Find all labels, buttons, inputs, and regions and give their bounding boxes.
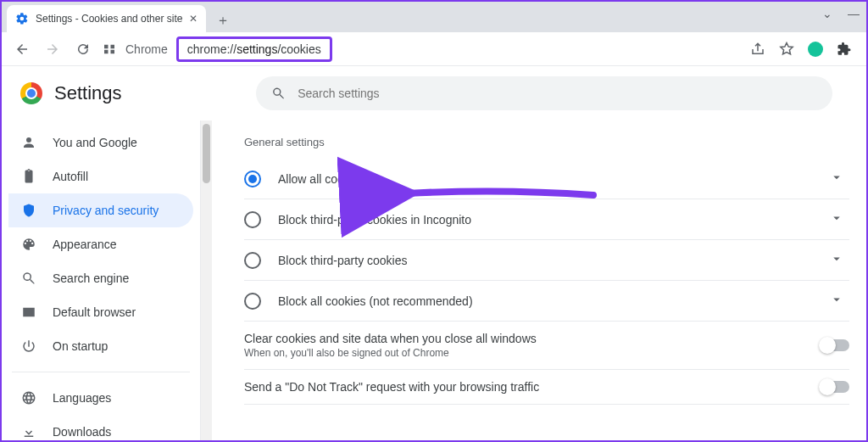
page-title: Settings	[54, 82, 122, 104]
bookmark-star-icon[interactable]	[778, 41, 795, 58]
window-controls: ⌄ —	[822, 7, 860, 20]
sidebar-item-you-and-google[interactable]: You and Google	[8, 126, 193, 159]
sidebar-item-on-startup[interactable]: On startup	[8, 329, 193, 363]
sidebar-item-privacy-security[interactable]: Privacy and security	[8, 193, 193, 227]
chevron-down-icon[interactable]	[824, 210, 849, 229]
new-tab-button[interactable]: ＋	[211, 8, 235, 32]
sidebar-item-downloads[interactable]: Downloads	[8, 415, 193, 442]
cookie-option-block-3p-incognito[interactable]: Block third-party cookies in Incognito	[244, 199, 849, 240]
sidebar-item-autofill[interactable]: Autofill	[8, 159, 193, 193]
cookie-options-list: Allow all cookies Block third-party cook…	[244, 159, 849, 322]
tab-title: Settings - Cookies and other site	[36, 13, 182, 25]
cookie-option-block-all[interactable]: Block all cookies (not recommended)	[244, 281, 849, 322]
sidebar-scrollbar[interactable]	[200, 120, 212, 442]
settings-search-input[interactable]	[298, 87, 817, 100]
sidebar-item-languages[interactable]: Languages	[8, 381, 193, 415]
url-prefix: chrome://	[187, 42, 236, 56]
sidebar-item-label: Privacy and security	[53, 204, 159, 217]
settings-search[interactable]	[256, 76, 832, 110]
radio-icon[interactable]	[244, 171, 261, 187]
toggle-label: Send a "Do Not Track" request with your …	[244, 380, 539, 394]
minimize-icon[interactable]: —	[848, 7, 860, 20]
sidebar-item-label: Downloads	[53, 425, 111, 439]
settings-header: Settings	[2, 66, 866, 120]
clipboard-icon	[20, 168, 37, 185]
close-icon[interactable]: ✕	[189, 13, 198, 25]
url-path: /cookies	[277, 42, 320, 56]
sidebar-item-label: Appearance	[53, 238, 117, 251]
chrome-logo-icon	[20, 82, 42, 104]
radio-icon[interactable]	[244, 293, 261, 310]
address-scheme-label: Chrome	[125, 42, 168, 56]
toggle-sublabel: When on, you'll also be signed out of Ch…	[244, 347, 537, 359]
toggle-switch[interactable]	[821, 339, 849, 351]
globe-icon	[20, 389, 37, 406]
cookie-option-label: Allow all cookies	[278, 172, 365, 186]
chevron-down-icon[interactable]	[824, 251, 849, 270]
cookie-option-label: Block third-party cookies in Incognito	[278, 213, 471, 227]
power-icon	[20, 338, 37, 355]
search-icon	[271, 86, 286, 101]
main-panel: General settings Allow all cookies Block…	[212, 120, 866, 442]
download-icon	[20, 423, 37, 440]
gear-icon	[15, 12, 29, 25]
cookie-option-allow-all[interactable]: Allow all cookies	[244, 159, 849, 199]
chevron-down-icon[interactable]	[824, 292, 849, 311]
radio-icon[interactable]	[244, 211, 261, 228]
reload-button[interactable]	[71, 37, 95, 61]
toggle-clear-on-close[interactable]: Clear cookies and site data when you clo…	[244, 322, 849, 370]
cookie-option-block-3p[interactable]: Block third-party cookies	[244, 240, 849, 281]
sidebar-item-default-browser[interactable]: Default browser	[8, 295, 193, 329]
sidebar-item-label: Search engine	[53, 271, 129, 285]
toggle-do-not-track[interactable]: Send a "Do Not Track" request with your …	[244, 370, 849, 405]
sidebar-item-label: You and Google	[53, 136, 137, 149]
sidebar-item-appearance[interactable]: Appearance	[8, 227, 193, 261]
sidebar-item-label: Autofill	[53, 170, 88, 183]
sidebar-item-search-engine[interactable]: Search engine	[8, 261, 193, 295]
back-button[interactable]	[10, 37, 34, 61]
sidebar-item-label: Languages	[53, 391, 111, 405]
toggle-label: Clear cookies and site data when you clo…	[244, 332, 537, 345]
cookie-option-label: Block third-party cookies	[278, 254, 408, 267]
sidebar-divider	[12, 372, 190, 372]
radio-icon[interactable]	[244, 252, 261, 269]
extensions-puzzle-icon[interactable]	[836, 41, 853, 58]
window-icon	[20, 304, 37, 321]
grammarly-icon[interactable]	[807, 41, 824, 58]
search-icon	[20, 270, 37, 287]
site-info-icon[interactable]	[102, 42, 117, 57]
sidebar-item-label: On startup	[53, 339, 108, 353]
palette-icon	[20, 236, 37, 253]
share-icon[interactable]	[749, 41, 766, 58]
address-bar[interactable]: Chrome chrome://settings/cookies	[102, 36, 743, 62]
browser-tab[interactable]: Settings - Cookies and other site ✕	[7, 5, 206, 32]
browser-tab-strip: Settings - Cookies and other site ✕ ＋ ⌄ …	[2, 2, 866, 32]
section-heading: General settings	[244, 136, 849, 148]
url-host: settings	[236, 42, 277, 56]
shield-icon	[20, 202, 37, 219]
forward-button[interactable]	[41, 37, 64, 61]
settings-sidebar: You and Google Autofill Privacy and secu…	[2, 120, 200, 442]
cookie-option-label: Block all cookies (not recommended)	[278, 294, 473, 308]
person-icon	[20, 134, 37, 151]
chevron-down-icon[interactable]: ⌄	[822, 7, 832, 20]
sidebar-item-label: Default browser	[53, 305, 136, 319]
browser-toolbar: Chrome chrome://settings/cookies	[2, 32, 866, 66]
toggle-switch[interactable]	[821, 381, 849, 393]
chevron-down-icon[interactable]	[824, 170, 849, 188]
url-highlight-box: chrome://settings/cookies	[176, 36, 332, 62]
